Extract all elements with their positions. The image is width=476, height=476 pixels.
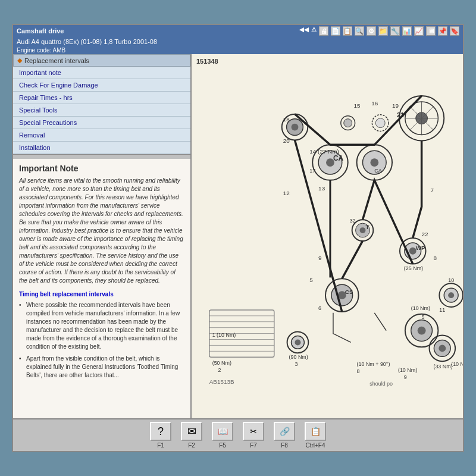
outer-frame: Camshaft drive ◀◀ ⚠ 🖨 📄 📋 🔍 ⚙ 📁 🔧 📊 📈 🖥 … bbox=[0, 0, 476, 476]
f5-icon[interactable]: 📖 bbox=[212, 422, 233, 441]
section-title: Replacement intervals bbox=[24, 57, 89, 64]
main-content-title: Important Note bbox=[19, 164, 184, 173]
f7-label: F7 bbox=[250, 442, 257, 449]
toolbar-icon5[interactable]: ⚙ bbox=[367, 26, 376, 36]
toolbar-icon1[interactable]: 🖨 bbox=[319, 26, 328, 36]
diagram-number: 151348 bbox=[196, 58, 218, 65]
svg-text:3: 3 bbox=[295, 361, 298, 367]
btn-f7[interactable]: ✂ F7 bbox=[243, 422, 264, 449]
content-area: Important Note All service items are vit… bbox=[13, 159, 190, 418]
nav-item-removal[interactable]: Removal bbox=[13, 129, 190, 142]
toolbar-icon8[interactable]: 📊 bbox=[402, 26, 412, 36]
svg-point-63 bbox=[295, 339, 300, 345]
toolbar-icon10[interactable]: 🖥 bbox=[426, 26, 436, 36]
main-content: ◆ Replacement intervals Important note C… bbox=[13, 54, 463, 418]
svg-point-24 bbox=[370, 158, 378, 167]
italic-paragraph: All service items are vital to the smoot… bbox=[19, 177, 184, 285]
svg-text:10: 10 bbox=[448, 277, 454, 283]
nav-item-check-engine[interactable]: Check For Engine Damage bbox=[13, 79, 190, 92]
f2-icon[interactable]: ✉ bbox=[181, 422, 202, 441]
window-title: Camshaft drive bbox=[17, 27, 64, 35]
car-model: Audi A4 quattro (8Ex) (01-08) 1,8 Turbo … bbox=[17, 38, 157, 45]
btn-f5[interactable]: 📖 F5 bbox=[212, 422, 233, 449]
app-window: Camshaft drive ◀◀ ⚠ 🖨 📄 📋 🔍 ⚙ 📁 🔧 📊 📈 🖥 … bbox=[12, 24, 464, 452]
svg-text:22: 22 bbox=[422, 231, 429, 237]
diamond-icon: ◆ bbox=[17, 57, 22, 64]
nav-item-repair-times[interactable]: Repair Times - hrs bbox=[13, 92, 190, 104]
timing-belt-diagram: 21 15 16 19 18 20 bbox=[192, 54, 463, 418]
f5-label: F5 bbox=[219, 442, 226, 449]
svg-text:7: 7 bbox=[430, 187, 434, 193]
svg-text:(25 Nm): (25 Nm) bbox=[404, 265, 423, 271]
engine-bar: Engine code: AMB bbox=[13, 46, 463, 54]
ctrlf4-label: Ctrl+F4 bbox=[305, 442, 325, 449]
nav-item-special-precautions[interactable]: Special Precautions bbox=[13, 117, 190, 129]
svg-text:(10 Nm): (10 Nm) bbox=[411, 305, 430, 311]
svg-text:6: 6 bbox=[318, 305, 321, 311]
svg-text:WP: WP bbox=[416, 245, 425, 251]
nav-item-installation[interactable]: Installation bbox=[13, 142, 190, 154]
engine-code: Engine code: AMB bbox=[17, 47, 65, 54]
svg-text:13: 13 bbox=[318, 185, 325, 192]
bullet-item-2: Apart from the visible condition of the … bbox=[19, 355, 184, 380]
bottom-toolbar: ? F1 ✉ F2 📖 F5 ✂ F7 🔗 F8 📋 Ctrl+F4 bbox=[13, 418, 463, 451]
toolbar-icon12[interactable]: 🔖 bbox=[450, 26, 459, 36]
f8-label: F8 bbox=[281, 442, 288, 449]
svg-point-29 bbox=[360, 227, 366, 233]
svg-text:17: 17 bbox=[309, 168, 315, 174]
svg-text:CA: CA bbox=[333, 154, 344, 162]
svg-text:9: 9 bbox=[318, 255, 322, 261]
svg-text:9: 9 bbox=[404, 374, 407, 380]
btn-f2[interactable]: ✉ F2 bbox=[181, 422, 202, 449]
toolbar-icon6[interactable]: 📁 bbox=[378, 26, 388, 36]
toolbar-icon7[interactable]: 🔧 bbox=[390, 26, 400, 36]
svg-text:1 (10 Nm): 1 (10 Nm) bbox=[212, 332, 236, 338]
svg-text:T: T bbox=[365, 224, 369, 230]
svg-text:(90 Nm): (90 Nm) bbox=[289, 354, 308, 360]
svg-text:CS: CS bbox=[345, 289, 353, 295]
car-info-bar: Audi A4 quattro (8Ex) (01-08) 1,8 Turbo … bbox=[13, 37, 463, 46]
diagram-area: 151348 21 bbox=[192, 54, 463, 418]
nav-list: Important note Check For Engine Damage R… bbox=[13, 67, 190, 154]
btn-f1[interactable]: ? F1 bbox=[150, 422, 171, 449]
svg-text:18: 18 bbox=[283, 116, 290, 123]
svg-point-74 bbox=[448, 292, 454, 298]
svg-text:14 (27 Nm): 14 (27 Nm) bbox=[309, 148, 339, 155]
right-panel: 151348 21 bbox=[192, 54, 463, 418]
btn-f8[interactable]: 🔗 F8 bbox=[274, 422, 295, 449]
svg-text:32: 32 bbox=[350, 218, 356, 224]
svg-text:CA: CA bbox=[374, 168, 381, 174]
svg-text:(50 Nm): (50 Nm) bbox=[212, 360, 231, 366]
svg-text:5: 5 bbox=[309, 277, 313, 283]
svg-text:19: 19 bbox=[392, 102, 399, 109]
btn-ctrlf4[interactable]: 📋 Ctrl+F4 bbox=[305, 422, 326, 449]
toolbar-icon9[interactable]: 📈 bbox=[414, 26, 424, 36]
nav-item-special-tools[interactable]: Special Tools bbox=[13, 104, 190, 117]
svg-point-14 bbox=[292, 124, 299, 131]
f1-icon[interactable]: ? bbox=[150, 422, 171, 441]
toolbar-icon3[interactable]: 📋 bbox=[343, 26, 352, 36]
f8-icon[interactable]: 🔗 bbox=[274, 422, 295, 441]
svg-text:12: 12 bbox=[283, 190, 290, 196]
section-header: ◆ Replacement intervals bbox=[13, 54, 190, 67]
svg-text:11: 11 bbox=[439, 307, 445, 313]
svg-text:should po: should po bbox=[369, 381, 393, 387]
f7-icon[interactable]: ✂ bbox=[243, 422, 264, 441]
svg-text:(10 Nm + 90°): (10 Nm + 90°) bbox=[357, 361, 390, 367]
bullet-item-1: Where possible the recommended intervals… bbox=[19, 301, 184, 351]
svg-text:(10 Nm): (10 Nm) bbox=[398, 367, 417, 373]
svg-text:AB1513B: AB1513B bbox=[209, 378, 234, 385]
svg-text:5: 5 bbox=[422, 314, 425, 320]
left-panel: ◆ Replacement intervals Important note C… bbox=[13, 54, 192, 418]
svg-text:(10 Nm): (10 Nm) bbox=[451, 361, 463, 367]
svg-text:20: 20 bbox=[283, 137, 290, 144]
nav-item-important-note[interactable]: Important note bbox=[13, 67, 190, 79]
svg-text:2: 2 bbox=[218, 367, 221, 373]
svg-text:8: 8 bbox=[433, 255, 437, 261]
ctrlf4-icon[interactable]: 📋 bbox=[305, 422, 326, 441]
toolbar-icon4[interactable]: 🔍 bbox=[355, 26, 364, 36]
blue-subtitle: Timing belt replacement intervals bbox=[19, 291, 184, 298]
toolbar-icon2[interactable]: 📄 bbox=[331, 26, 340, 36]
toolbar-icon11[interactable]: 📌 bbox=[438, 26, 447, 36]
svg-text:(33 Nm): (33 Nm) bbox=[433, 364, 452, 369]
